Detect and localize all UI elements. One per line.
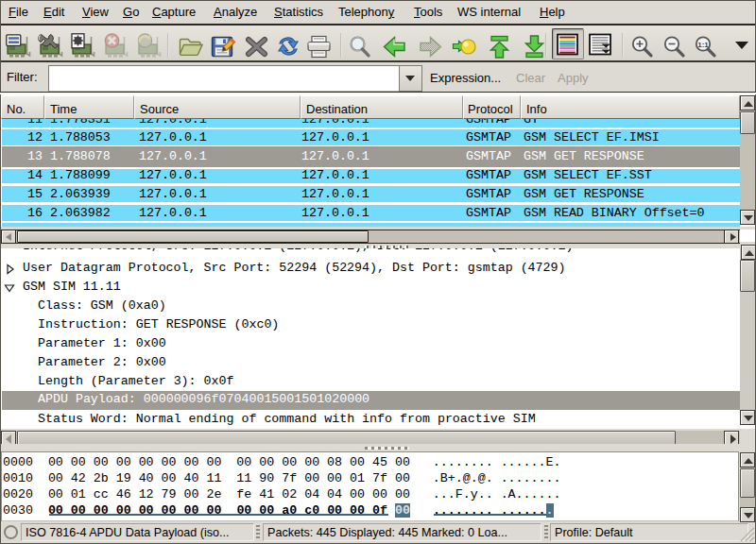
svg-text:1:1: 1:1 bbox=[697, 41, 709, 49]
